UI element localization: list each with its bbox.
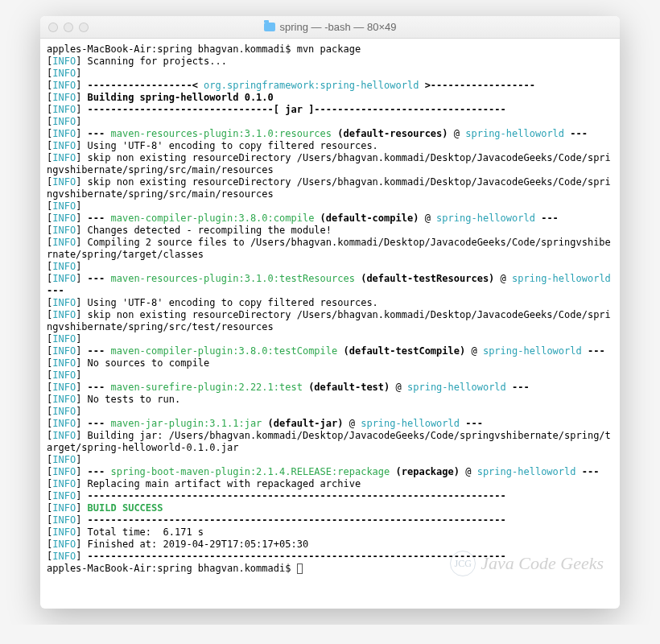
- log-line: [INFO] --- maven-surefire-plugin:2.22.1:…: [47, 382, 530, 393]
- window-title: spring — -bash — 80×49: [40, 21, 620, 33]
- terminal-window: spring — -bash — 80×49 apples-MacBook-Ai…: [40, 16, 620, 609]
- log-line: [INFO] ---------------------------------…: [47, 514, 506, 526]
- cursor-icon: [297, 564, 303, 574]
- window-controls: [48, 23, 89, 32]
- log-line: [INFO]: [47, 454, 88, 465]
- log-line: [INFO] ------------------< org.springfra…: [47, 80, 535, 91]
- log-line: [INFO] --- maven-jar-plugin:3.1.1:jar (d…: [47, 418, 483, 429]
- log-line: [INFO] ---------------------------------…: [47, 551, 506, 562]
- log-line: [INFO]: [47, 200, 88, 212]
- log-line: [INFO] --------------------------------[…: [47, 104, 506, 115]
- terminal-content[interactable]: apples-MacBook-Air:spring bhagvan.kommad…: [40, 39, 620, 609]
- log-line: [INFO] Changes detected - recompiling th…: [47, 225, 332, 236]
- log-line: [INFO] Replacing main artifact with repa…: [47, 478, 361, 489]
- log-line: [INFO] Compiling 2 source files to /User…: [47, 237, 611, 260]
- log-line: [INFO] Finished at: 2019-04-29T17:05:17+…: [47, 539, 308, 550]
- prompt-line: apples-MacBook-Air:spring bhagvan.kommad…: [47, 43, 361, 55]
- log-line: [INFO] --- maven-resources-plugin:3.1.0:…: [47, 273, 617, 296]
- log-line: [INFO]: [47, 406, 88, 417]
- log-line: [INFO] Using 'UTF-8' encoding to copy fi…: [47, 140, 378, 151]
- log-line: [INFO] Building jar: /Users/bhagvan.komm…: [47, 430, 611, 453]
- log-line: [INFO]: [47, 68, 88, 79]
- log-line: [INFO]: [47, 333, 88, 345]
- log-line: [INFO] ---------------------------------…: [47, 490, 506, 502]
- log-line: [INFO] skip non existing resourceDirecto…: [47, 309, 611, 332]
- maximize-icon[interactable]: [79, 23, 89, 32]
- window-title-text: spring — -bash — 80×49: [280, 21, 397, 33]
- log-line-success: [INFO] BUILD SUCCESS: [47, 502, 163, 514]
- log-line: [INFO]: [47, 116, 88, 127]
- log-line: [INFO] Building spring-helloworld 0.1.0: [47, 92, 274, 103]
- log-line: [INFO] --- maven-compiler-plugin:3.8.0:t…: [47, 345, 605, 357]
- log-line: [INFO] No sources to compile: [47, 357, 209, 369]
- close-icon[interactable]: [48, 23, 58, 32]
- minimize-icon[interactable]: [64, 23, 73, 32]
- log-line: [INFO] skip non existing resourceDirecto…: [47, 176, 611, 200]
- prompt-line: apples-MacBook-Air:spring bhagvan.kommad…: [47, 563, 303, 574]
- log-line: [INFO] Using 'UTF-8' encoding to copy fi…: [47, 297, 378, 308]
- log-line: [INFO] --- maven-resources-plugin:3.1.0:…: [47, 128, 588, 139]
- log-line: [INFO] skip non existing resourceDirecto…: [47, 152, 611, 175]
- log-line: [INFO] --- maven-compiler-plugin:3.8.0:c…: [47, 213, 559, 224]
- titlebar[interactable]: spring — -bash — 80×49: [40, 16, 620, 39]
- log-line: [INFO] --- spring-boot-maven-plugin:2.1.…: [47, 466, 599, 477]
- log-line: [INFO] Scanning for projects...: [47, 56, 227, 67]
- log-line: [INFO] Total time: 6.171 s: [47, 526, 204, 538]
- log-line: [INFO] No tests to run.: [47, 394, 180, 405]
- log-line: [INFO]: [47, 369, 88, 381]
- folder-icon: [264, 23, 275, 31]
- log-line: [INFO]: [47, 261, 88, 272]
